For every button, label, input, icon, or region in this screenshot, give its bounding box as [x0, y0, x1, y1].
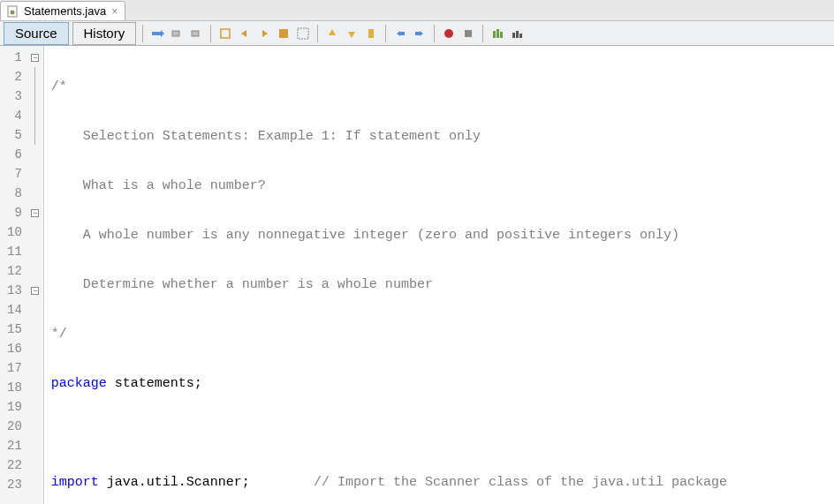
svg-rect-7	[298, 28, 308, 39]
line-number[interactable]: 18	[7, 378, 22, 397]
line-number[interactable]: 1	[7, 48, 22, 67]
line-number[interactable]: 17	[7, 358, 22, 378]
svg-rect-13	[493, 31, 496, 38]
last-edit-icon[interactable]	[149, 26, 165, 41]
svg-rect-6	[279, 29, 288, 38]
separator	[385, 25, 386, 42]
line-number[interactable]: 3	[7, 87, 22, 106]
separator	[142, 25, 143, 42]
line-number[interactable]: 2	[7, 67, 22, 87]
shift-left-icon[interactable]	[392, 26, 408, 41]
uncomment-icon[interactable]	[509, 26, 525, 41]
macro-record-icon[interactable]	[441, 26, 457, 41]
view-tab-history[interactable]: History	[72, 22, 137, 45]
code-area[interactable]: /* Selection Statements: Example 1: If s…	[44, 46, 834, 504]
line-number[interactable]: 14	[7, 300, 22, 320]
svg-rect-17	[516, 31, 519, 38]
comment-icon[interactable]	[489, 26, 505, 41]
code-text: import	[51, 475, 99, 490]
svg-rect-2	[152, 32, 161, 35]
toggle-bookmark-icon[interactable]	[363, 26, 379, 41]
toggle-rect-icon[interactable]	[295, 26, 311, 41]
file-tab[interactable]: Statements.java ×	[0, 1, 125, 20]
tab-bar: Statements.java ×	[0, 0, 834, 21]
fold-toggle-icon[interactable]: −	[31, 54, 39, 62]
code-text: /*	[51, 79, 67, 94]
line-number[interactable]: 15	[7, 320, 22, 339]
separator	[317, 25, 318, 42]
close-icon[interactable]: ×	[111, 5, 118, 18]
java-file-icon	[6, 5, 19, 18]
code-text: */	[51, 327, 67, 342]
separator	[434, 25, 435, 42]
separator	[210, 25, 211, 42]
code-text: Determine whether a number is a whole nu…	[51, 277, 433, 292]
editor-area: 1234567891011121314151617181920212223 − …	[0, 46, 834, 504]
line-number[interactable]: 22	[7, 455, 22, 475]
line-number[interactable]: 21	[7, 436, 22, 455]
line-number[interactable]: 16	[7, 339, 22, 358]
line-number[interactable]: 10	[7, 222, 22, 242]
find-selection-icon[interactable]	[217, 26, 233, 41]
svg-rect-4	[192, 31, 199, 36]
svg-rect-14	[497, 29, 499, 38]
svg-point-11	[444, 29, 453, 38]
svg-rect-16	[512, 33, 515, 38]
macro-stop-icon[interactable]	[460, 26, 476, 41]
svg-rect-3	[172, 31, 179, 36]
code-text: package	[51, 376, 107, 391]
code-text: // Import the Scanner class of the java.…	[314, 475, 727, 490]
toggle-highlight-icon[interactable]	[276, 26, 292, 41]
code-text: statements;	[107, 376, 202, 391]
svg-rect-10	[415, 32, 420, 35]
svg-rect-9	[400, 32, 405, 35]
line-number[interactable]: 23	[7, 475, 22, 494]
back-icon[interactable]	[169, 26, 185, 41]
line-number[interactable]: 13	[7, 281, 22, 300]
code-text: A whole number is any nonnegative intege…	[51, 228, 679, 243]
line-number[interactable]: 9	[7, 203, 22, 222]
view-tab-source[interactable]: Source	[4, 22, 69, 45]
line-number[interactable]: 11	[7, 242, 22, 261]
tab-filename: Statements.java	[24, 4, 106, 18]
line-number[interactable]: 20	[7, 417, 22, 436]
svg-rect-18	[519, 34, 522, 38]
line-number[interactable]: 4	[7, 106, 22, 125]
line-number[interactable]: 12	[7, 261, 22, 281]
svg-point-1	[11, 10, 15, 14]
line-number[interactable]: 6	[7, 145, 22, 164]
svg-rect-15	[500, 32, 503, 38]
line-number[interactable]: 5	[7, 125, 22, 145]
line-number[interactable]: 19	[7, 397, 22, 417]
line-number[interactable]: 8	[7, 184, 22, 203]
fold-toggle-icon[interactable]: −	[31, 287, 39, 295]
gutter: 1234567891011121314151617181920212223 − …	[0, 46, 44, 504]
prev-bookmark-icon[interactable]	[324, 26, 340, 41]
find-next-icon[interactable]	[256, 26, 272, 41]
find-prev-icon[interactable]	[237, 26, 253, 41]
fold-toggle-icon[interactable]: −	[31, 209, 39, 217]
line-numbers: 1234567891011121314151617181920212223	[0, 46, 27, 504]
shift-right-icon[interactable]	[412, 26, 428, 41]
code-text: What is a whole number?	[51, 178, 266, 193]
svg-rect-5	[221, 29, 230, 38]
editor-toolbar: Source History	[0, 21, 834, 46]
code-text: java.util.Scanner;	[99, 475, 314, 490]
fold-gutter: − − −	[27, 46, 43, 504]
forward-icon[interactable]	[188, 26, 204, 41]
code-text: Selection Statements: Example 1: If stat…	[51, 129, 481, 144]
next-bookmark-icon[interactable]	[344, 26, 360, 41]
svg-rect-12	[465, 30, 472, 37]
separator	[482, 25, 483, 42]
svg-rect-8	[368, 29, 374, 38]
line-number[interactable]: 7	[7, 164, 22, 184]
